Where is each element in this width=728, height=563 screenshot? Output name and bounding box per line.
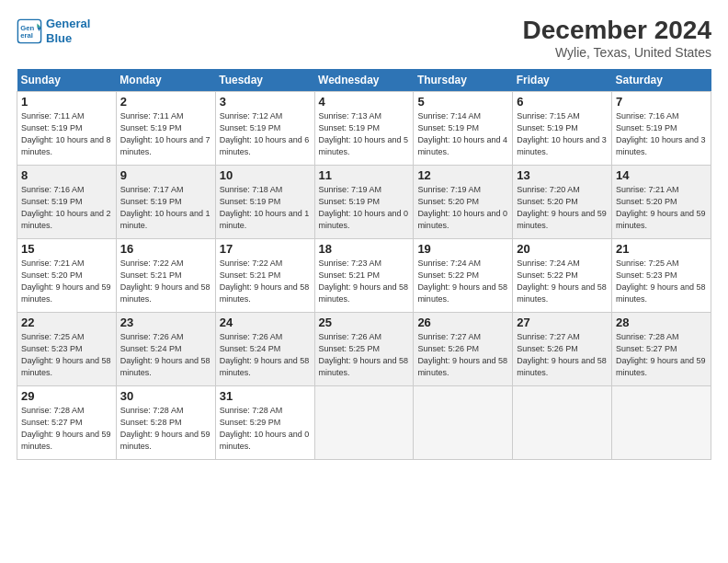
- cell-info: Sunrise: 7:27 AM Sunset: 5:26 PM Dayligh…: [417, 331, 508, 379]
- title-block: December 2024 Wylie, Texas, United State…: [523, 17, 711, 60]
- cell-info: Sunrise: 7:25 AM Sunset: 5:23 PM Dayligh…: [21, 331, 112, 379]
- calendar-cell: 31Sunrise: 7:28 AM Sunset: 5:29 PM Dayli…: [215, 385, 314, 459]
- cell-info: Sunrise: 7:16 AM Sunset: 5:19 PM Dayligh…: [616, 110, 707, 158]
- calendar-cell: [612, 385, 711, 459]
- cell-info: Sunrise: 7:26 AM Sunset: 5:24 PM Dayligh…: [120, 331, 211, 379]
- day-number: 2: [120, 95, 211, 109]
- day-header-tuesday: Tuesday: [215, 69, 314, 92]
- calendar-cell: 26Sunrise: 7:27 AM Sunset: 5:26 PM Dayli…: [414, 312, 513, 385]
- day-number: 12: [417, 168, 508, 182]
- day-header-wednesday: Wednesday: [314, 69, 414, 92]
- calendar-cell: 12Sunrise: 7:19 AM Sunset: 5:20 PM Dayli…: [414, 165, 513, 238]
- calendar-cell: 6Sunrise: 7:15 AM Sunset: 5:19 PM Daylig…: [513, 91, 612, 165]
- cell-info: Sunrise: 7:18 AM Sunset: 5:19 PM Dayligh…: [220, 184, 311, 232]
- day-header-monday: Monday: [116, 69, 215, 92]
- day-number: 16: [120, 242, 211, 256]
- day-number: 13: [517, 168, 608, 182]
- calendar-body: 1Sunrise: 7:11 AM Sunset: 5:19 PM Daylig…: [17, 91, 711, 459]
- cell-info: Sunrise: 7:14 AM Sunset: 5:19 PM Dayligh…: [417, 110, 508, 158]
- day-number: 11: [319, 168, 410, 182]
- cell-info: Sunrise: 7:24 AM Sunset: 5:22 PM Dayligh…: [417, 258, 508, 305]
- day-number: 21: [616, 242, 707, 256]
- day-number: 27: [517, 316, 608, 329]
- calendar-cell: 30Sunrise: 7:28 AM Sunset: 5:28 PM Dayli…: [116, 385, 215, 459]
- cell-info: Sunrise: 7:17 AM Sunset: 5:19 PM Dayligh…: [120, 184, 211, 232]
- cell-info: Sunrise: 7:28 AM Sunset: 5:27 PM Dayligh…: [21, 405, 112, 453]
- calendar-cell: 25Sunrise: 7:26 AM Sunset: 5:25 PM Dayli…: [314, 312, 414, 385]
- calendar-cell: 20Sunrise: 7:24 AM Sunset: 5:22 PM Dayli…: [513, 238, 612, 312]
- week-row-4: 22Sunrise: 7:25 AM Sunset: 5:23 PM Dayli…: [17, 312, 711, 385]
- calendar-cell: 14Sunrise: 7:21 AM Sunset: 5:20 PM Dayli…: [612, 165, 711, 238]
- logo-text: General Blue: [46, 17, 90, 45]
- calendar-cell: [314, 385, 414, 459]
- logo: Gen eral General Blue: [17, 17, 90, 45]
- calendar-header-row: SundayMondayTuesdayWednesdayThursdayFrid…: [17, 69, 711, 92]
- day-number: 14: [616, 168, 707, 182]
- calendar-cell: 7Sunrise: 7:16 AM Sunset: 5:19 PM Daylig…: [612, 91, 711, 165]
- calendar-cell: 15Sunrise: 7:21 AM Sunset: 5:20 PM Dayli…: [17, 238, 117, 312]
- calendar-cell: 27Sunrise: 7:27 AM Sunset: 5:26 PM Dayli…: [513, 312, 612, 385]
- calendar-cell: 10Sunrise: 7:18 AM Sunset: 5:19 PM Dayli…: [215, 165, 314, 238]
- day-number: 26: [417, 316, 508, 329]
- cell-info: Sunrise: 7:15 AM Sunset: 5:19 PM Dayligh…: [517, 110, 608, 158]
- cell-info: Sunrise: 7:19 AM Sunset: 5:19 PM Dayligh…: [319, 184, 410, 232]
- calendar-cell: 29Sunrise: 7:28 AM Sunset: 5:27 PM Dayli…: [17, 385, 117, 459]
- cell-info: Sunrise: 7:16 AM Sunset: 5:19 PM Dayligh…: [21, 184, 112, 232]
- cell-info: Sunrise: 7:21 AM Sunset: 5:20 PM Dayligh…: [21, 258, 112, 305]
- calendar-cell: 23Sunrise: 7:26 AM Sunset: 5:24 PM Dayli…: [116, 312, 215, 385]
- cell-info: Sunrise: 7:28 AM Sunset: 5:28 PM Dayligh…: [120, 405, 211, 453]
- cell-info: Sunrise: 7:26 AM Sunset: 5:24 PM Dayligh…: [220, 331, 311, 379]
- calendar-cell: 4Sunrise: 7:13 AM Sunset: 5:19 PM Daylig…: [314, 91, 414, 165]
- calendar-cell: 3Sunrise: 7:12 AM Sunset: 5:19 PM Daylig…: [215, 91, 314, 165]
- day-header-thursday: Thursday: [414, 69, 513, 92]
- day-number: 4: [319, 95, 410, 109]
- calendar-cell: 9Sunrise: 7:17 AM Sunset: 5:19 PM Daylig…: [116, 165, 215, 238]
- page: Gen eral General Blue December 2024 Wyli…: [0, 0, 728, 563]
- day-number: 18: [319, 242, 410, 256]
- day-number: 7: [616, 95, 707, 109]
- day-number: 30: [120, 389, 211, 403]
- calendar-cell: 11Sunrise: 7:19 AM Sunset: 5:19 PM Dayli…: [314, 165, 414, 238]
- calendar-cell: 1Sunrise: 7:11 AM Sunset: 5:19 PM Daylig…: [17, 91, 117, 165]
- cell-info: Sunrise: 7:13 AM Sunset: 5:19 PM Dayligh…: [319, 110, 410, 158]
- cell-info: Sunrise: 7:24 AM Sunset: 5:22 PM Dayligh…: [517, 258, 608, 305]
- day-header-saturday: Saturday: [612, 69, 711, 92]
- day-number: 10: [220, 168, 311, 182]
- svg-text:eral: eral: [20, 31, 33, 40]
- calendar-cell: 18Sunrise: 7:23 AM Sunset: 5:21 PM Dayli…: [314, 238, 414, 312]
- calendar-cell: 21Sunrise: 7:25 AM Sunset: 5:23 PM Dayli…: [612, 238, 711, 312]
- week-row-2: 8Sunrise: 7:16 AM Sunset: 5:19 PM Daylig…: [17, 165, 711, 238]
- day-header-friday: Friday: [513, 69, 612, 92]
- subtitle: Wylie, Texas, United States: [523, 45, 711, 60]
- cell-info: Sunrise: 7:21 AM Sunset: 5:20 PM Dayligh…: [616, 184, 707, 232]
- day-number: 24: [220, 316, 311, 329]
- day-number: 3: [220, 95, 311, 109]
- logo-icon: Gen eral: [17, 18, 42, 44]
- cell-info: Sunrise: 7:28 AM Sunset: 5:27 PM Dayligh…: [616, 331, 707, 379]
- day-number: 1: [21, 95, 112, 109]
- cell-info: Sunrise: 7:22 AM Sunset: 5:21 PM Dayligh…: [120, 258, 211, 305]
- calendar-cell: 2Sunrise: 7:11 AM Sunset: 5:19 PM Daylig…: [116, 91, 215, 165]
- calendar-cell: 22Sunrise: 7:25 AM Sunset: 5:23 PM Dayli…: [17, 312, 117, 385]
- day-number: 23: [120, 316, 211, 329]
- day-number: 17: [220, 242, 311, 256]
- calendar-table: SundayMondayTuesdayWednesdayThursdayFrid…: [17, 69, 711, 460]
- cell-info: Sunrise: 7:22 AM Sunset: 5:21 PM Dayligh…: [220, 258, 311, 305]
- cell-info: Sunrise: 7:27 AM Sunset: 5:26 PM Dayligh…: [517, 331, 608, 379]
- calendar-cell: 5Sunrise: 7:14 AM Sunset: 5:19 PM Daylig…: [414, 91, 513, 165]
- cell-info: Sunrise: 7:11 AM Sunset: 5:19 PM Dayligh…: [120, 110, 211, 158]
- day-number: 9: [120, 168, 211, 182]
- cell-info: Sunrise: 7:28 AM Sunset: 5:29 PM Dayligh…: [220, 405, 311, 453]
- day-header-sunday: Sunday: [17, 69, 117, 92]
- day-number: 6: [517, 95, 608, 109]
- cell-info: Sunrise: 7:25 AM Sunset: 5:23 PM Dayligh…: [616, 258, 707, 305]
- day-number: 28: [616, 316, 707, 329]
- svg-text:Gen: Gen: [20, 23, 34, 31]
- cell-info: Sunrise: 7:12 AM Sunset: 5:19 PM Dayligh…: [220, 110, 311, 158]
- cell-info: Sunrise: 7:26 AM Sunset: 5:25 PM Dayligh…: [319, 331, 410, 379]
- day-number: 20: [517, 242, 608, 256]
- cell-info: Sunrise: 7:23 AM Sunset: 5:21 PM Dayligh…: [319, 258, 410, 305]
- week-row-3: 15Sunrise: 7:21 AM Sunset: 5:20 PM Dayli…: [17, 238, 711, 312]
- day-number: 19: [417, 242, 508, 256]
- main-title: December 2024: [523, 17, 711, 45]
